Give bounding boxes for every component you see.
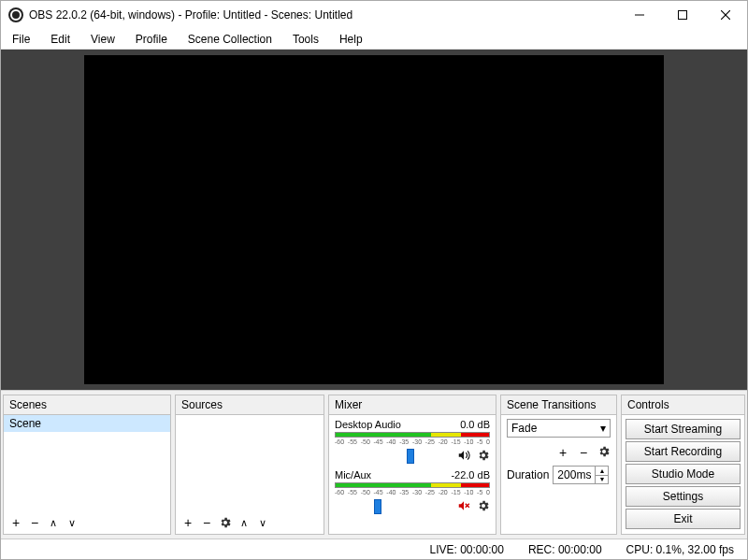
mixer-track-name: Mic/Aux: [335, 469, 371, 481]
sources-title: Sources: [176, 395, 324, 415]
maximize-button[interactable]: [661, 1, 704, 29]
preview-canvas[interactable]: [84, 55, 664, 384]
add-scene-button[interactable]: +: [9, 515, 22, 530]
title-bar: OBS 22.0.2 (64-bit, windows) - Profile: …: [1, 1, 747, 29]
menu-profile[interactable]: Profile: [126, 31, 177, 48]
duration-value[interactable]: 200ms: [554, 467, 595, 483]
scene-item[interactable]: Scene: [4, 415, 170, 432]
track-settings-button[interactable]: [477, 499, 490, 512]
chevron-down-icon: ▾: [600, 422, 606, 435]
move-scene-up-button[interactable]: ∧: [47, 517, 60, 529]
track-settings-button[interactable]: [477, 449, 490, 462]
menu-help[interactable]: Help: [330, 31, 372, 48]
audio-meter: [335, 432, 490, 438]
remove-transition-button[interactable]: −: [577, 445, 590, 460]
mixer-track-db: 0.0 dB: [460, 419, 490, 430]
status-cpu: CPU: 0.1%, 32.00 fps: [626, 543, 734, 556]
scenes-title: Scenes: [4, 395, 170, 415]
mixer-body: Desktop Audio 0.0 dB -60-55-50-45-40-35-…: [329, 415, 496, 534]
scenes-panel: Scenes Scene + − ∧ ∨: [3, 395, 171, 535]
sources-panel: Sources + − ∧ ∨: [175, 395, 324, 535]
menu-file[interactable]: File: [3, 31, 39, 48]
studio-mode-button[interactable]: Studio Mode: [626, 464, 741, 484]
volume-slider[interactable]: [335, 449, 451, 464]
menu-bar: File Edit View Profile Scene Collection …: [1, 29, 747, 50]
mixer-track-mic-aux: Mic/Aux -22.0 dB -60-55-50-45-40-35-30-2…: [329, 467, 496, 518]
remove-scene-button[interactable]: −: [28, 515, 41, 530]
settings-button[interactable]: Settings: [626, 486, 741, 507]
controls-panel: Controls Start Streaming Start Recording…: [621, 395, 745, 535]
duration-label: Duration: [507, 468, 549, 481]
menu-scene-collection[interactable]: Scene Collection: [179, 31, 281, 48]
status-bar: LIVE: 00:00:00 REC: 00:00:00 CPU: 0.1%, …: [1, 538, 747, 559]
menu-tools[interactable]: Tools: [283, 31, 328, 48]
mixer-title: Mixer: [329, 395, 496, 415]
exit-button[interactable]: Exit: [626, 509, 741, 529]
remove-source-button[interactable]: −: [200, 515, 213, 530]
mixer-track-db: -22.0 dB: [451, 469, 490, 481]
spin-down-button[interactable]: ▼: [595, 476, 608, 484]
start-recording-button[interactable]: Start Recording: [626, 441, 741, 462]
move-scene-down-button[interactable]: ∨: [65, 517, 79, 529]
scenes-list[interactable]: Scene: [4, 415, 170, 511]
menu-view[interactable]: View: [81, 31, 124, 48]
speaker-icon[interactable]: [456, 449, 471, 462]
meter-ticks: -60-55-50-45-40-35-30-25-20-15-10-50: [335, 489, 490, 495]
close-button[interactable]: [704, 1, 747, 29]
mixer-track-desktop-audio: Desktop Audio 0.0 dB -60-55-50-45-40-35-…: [329, 417, 496, 467]
mixer-track-name: Desktop Audio: [335, 419, 401, 430]
transition-selected: Fade: [511, 422, 537, 435]
transitions-title: Scene Transitions: [501, 395, 616, 415]
menu-edit[interactable]: Edit: [41, 31, 79, 48]
meter-ticks: -60-55-50-45-40-35-30-25-20-15-10-50: [335, 438, 490, 445]
add-transition-button[interactable]: +: [556, 445, 569, 460]
status-rec: REC: 00:00:00: [528, 543, 602, 556]
duration-spinbox[interactable]: 200ms ▲ ▼: [553, 466, 609, 484]
preview-area: [1, 50, 747, 390]
minimize-button[interactable]: [618, 1, 661, 29]
transitions-panel: Scene Transitions Fade ▾ + − Duration 20…: [500, 395, 617, 535]
status-live: LIVE: 00:00:00: [429, 543, 503, 556]
speaker-muted-icon[interactable]: [456, 499, 471, 512]
start-streaming-button[interactable]: Start Streaming: [626, 419, 741, 439]
mixer-panel: Mixer Desktop Audio 0.0 dB -60-55-50-45-…: [328, 395, 496, 535]
transition-properties-button[interactable]: [597, 445, 611, 460]
move-source-down-button[interactable]: ∨: [256, 517, 269, 529]
controls-title: Controls: [622, 395, 744, 415]
source-properties-button[interactable]: [219, 516, 232, 529]
add-source-button[interactable]: +: [181, 515, 194, 530]
dock-panels: Scenes Scene + − ∧ ∨ Sources + − ∧ ∨ Mix…: [1, 390, 747, 538]
svg-rect-1: [679, 11, 687, 20]
transition-select[interactable]: Fade ▾: [507, 419, 611, 438]
audio-meter: [335, 482, 490, 488]
app-icon: [8, 7, 23, 22]
spin-up-button[interactable]: ▲: [595, 467, 608, 476]
volume-slider[interactable]: [335, 499, 451, 514]
sources-list[interactable]: [176, 415, 324, 511]
move-source-up-button[interactable]: ∧: [237, 517, 251, 529]
window-title: OBS 22.0.2 (64-bit, windows) - Profile: …: [29, 8, 618, 22]
